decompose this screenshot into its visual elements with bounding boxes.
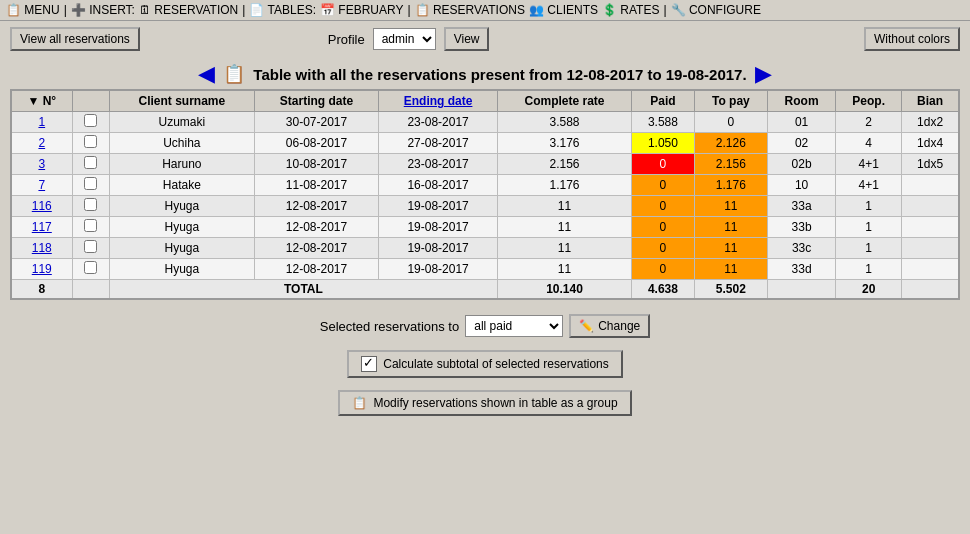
view-button[interactable]: View [444,27,490,51]
col-header-bian: Bian [902,90,959,112]
table-row: 7Hatake11-08-201716-08-20171.17601.17610… [11,175,959,196]
row-paid: 1.050 [632,133,694,154]
row-checkbox[interactable] [84,240,97,253]
ending-date-sort-link[interactable]: Ending date [404,94,473,108]
menu-item-clients[interactable]: 👥 CLIENTS [529,3,598,17]
reservation-link[interactable]: 116 [32,199,52,213]
row-end-date: 19-08-2017 [379,217,497,238]
row-id: 2 [11,133,72,154]
row-checkbox[interactable] [84,198,97,211]
reservation-status-select[interactable]: all paid partially paid unpaid [465,315,563,337]
row-room: 01 [768,112,836,133]
col-header-num: ▼ N° [11,90,72,112]
row-bian: 1dx2 [902,112,959,133]
row-room: 33c [768,238,836,259]
row-id: 7 [11,175,72,196]
row-surname: Haruno [110,154,254,175]
view-all-reservations-button[interactable]: View all reservations [10,27,140,51]
menu-item-menu[interactable]: 📋 MENU [6,3,60,17]
menu-bar: 📋 MENU | ➕ INSERT: 🗓 RESERVATION | 📄 TAB… [0,0,970,21]
row-end-date: 19-08-2017 [379,196,497,217]
prev-arrow-button[interactable]: ◀ [198,63,215,85]
row-checkbox-cell [72,112,110,133]
checkbox-icon [361,356,377,372]
total-id: 8 [11,280,72,300]
row-paid: 3.588 [632,112,694,133]
table-row: 119Hyuga12-08-201719-08-20171101133d1 [11,259,959,280]
row-start-date: 06-08-2017 [254,133,379,154]
reservation-link[interactable]: 117 [32,220,52,234]
modify-icon: 📋 [352,396,367,410]
modify-group-button[interactable]: 📋 Modify reservations shown in table as … [338,390,631,416]
row-checkbox[interactable] [84,177,97,190]
reservation-link[interactable]: 119 [32,262,52,276]
row-id: 117 [11,217,72,238]
reservation-link[interactable]: 118 [32,241,52,255]
row-checkbox[interactable] [84,135,97,148]
table-row: 2Uchiha06-08-201727-08-20173.1761.0502.1… [11,133,959,154]
row-checkbox[interactable] [84,261,97,274]
row-room: 33a [768,196,836,217]
row-rate: 3.176 [497,133,632,154]
row-checkbox[interactable] [84,156,97,169]
row-start-date: 12-08-2017 [254,196,379,217]
without-colors-button[interactable]: Without colors [864,27,960,51]
page-title: Table with all the reservations present … [253,66,746,83]
menu-item-configure[interactable]: 🔧 CONFIGURE [671,3,761,17]
col-header-rate: Complete rate [497,90,632,112]
row-id: 1 [11,112,72,133]
row-topay: 11 [694,259,768,280]
selected-reservations-row: Selected reservations to all paid partia… [320,314,651,338]
row-rate: 3.588 [497,112,632,133]
row-start-date: 12-08-2017 [254,217,379,238]
next-arrow-button[interactable]: ▶ [755,63,772,85]
row-checkbox[interactable] [84,114,97,127]
reservation-link[interactable]: 2 [38,136,45,150]
profile-select[interactable]: admin [373,28,436,50]
row-bian [902,217,959,238]
row-topay: 2.126 [694,133,768,154]
reservation-link[interactable]: 7 [38,178,45,192]
menu-item-reservation[interactable]: 🗓 RESERVATION [139,3,238,17]
total-topay: 5.502 [694,280,768,300]
row-paid: 0 [632,175,694,196]
row-topay: 11 [694,196,768,217]
menu-item-reservations[interactable]: 📋 RESERVATIONS [415,3,525,17]
row-start-date: 12-08-2017 [254,259,379,280]
row-paid: 0 [632,217,694,238]
row-topay: 1.176 [694,175,768,196]
table-row: 3Haruno10-08-201723-08-20172.15602.15602… [11,154,959,175]
total-paid: 4.638 [632,280,694,300]
row-surname: Hyuga [110,259,254,280]
row-surname: Uchiha [110,133,254,154]
title-area: ◀ 📋 Table with all the reservations pres… [0,57,970,89]
row-room: 02 [768,133,836,154]
col-header-surname: Client surname [110,90,254,112]
menu-item-insert[interactable]: ➕ INSERT: [71,3,135,17]
row-bian [902,238,959,259]
table-row: 116Hyuga12-08-201719-08-20171101133a1 [11,196,959,217]
row-paid: 0 [632,259,694,280]
row-start-date: 11-08-2017 [254,175,379,196]
change-button[interactable]: ✏️ Change [569,314,650,338]
row-start-date: 30-07-2017 [254,112,379,133]
menu-item-tables[interactable]: 📄 TABLES: [249,3,316,17]
row-topay: 2.156 [694,154,768,175]
row-checkbox-cell [72,133,110,154]
col-header-paid: Paid [632,90,694,112]
menu-item-february[interactable]: 📅 FEBRUARY [320,3,403,17]
row-paid: 0 [632,154,694,175]
row-start-date: 12-08-2017 [254,238,379,259]
total-rate: 10.140 [497,280,632,300]
total-check [72,280,110,300]
col-header-start: Starting date [254,90,379,112]
row-bian [902,196,959,217]
row-room: 33d [768,259,836,280]
row-checkbox[interactable] [84,219,97,232]
reservation-link[interactable]: 1 [38,115,45,129]
reservation-link[interactable]: 3 [38,157,45,171]
subtotal-button[interactable]: Calculate subtotal of selected reservati… [347,350,622,378]
row-surname: Uzumaki [110,112,254,133]
menu-item-rates[interactable]: 💲 RATES [602,3,659,17]
row-end-date: 19-08-2017 [379,238,497,259]
